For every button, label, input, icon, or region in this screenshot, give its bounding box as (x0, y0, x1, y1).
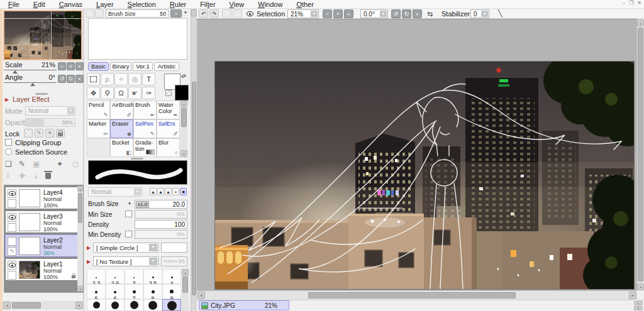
color-redo-button[interactable] (95, 9, 104, 18)
scroll-left-icon[interactable]: ◂ (197, 292, 205, 299)
menu-item-layer[interactable]: Layer (89, 1, 121, 8)
rotate-view-reset-button[interactable]: ▪ (413, 9, 422, 18)
edge-shape-button-3[interactable]: ▲ (165, 188, 172, 195)
layer-effect-expander-icon[interactable]: ▶ (5, 97, 9, 102)
brush-selers[interactable]: SelErs✐ (157, 119, 180, 138)
mode-dropdown[interactable]: Normal ▼ (25, 106, 75, 116)
merge-down-icon[interactable]: ✚ (19, 172, 25, 180)
zoom-combo[interactable]: 21% ▼ (287, 9, 319, 18)
new-layer-set-icon[interactable]: ▣ (33, 160, 40, 168)
rotate-view-ccw-button[interactable]: ↺ (391, 9, 401, 18)
texture-intensity-field[interactable]: Intens. 95 (161, 256, 187, 266)
scrollbar-thumb[interactable] (308, 292, 516, 298)
layer-list-scrollbar[interactable]: ▴ ▾ (77, 186, 83, 292)
dropdown-arrow-icon[interactable]: ▼ (149, 258, 157, 265)
panel-scrollbar-strip[interactable] (191, 9, 197, 311)
lock-move-button[interactable]: ✛ (45, 129, 54, 138)
scroll-up-icon[interactable]: ▴ (182, 269, 189, 276)
rect-select-tool[interactable] (87, 73, 100, 85)
size-preset-large-2[interactable] (106, 299, 125, 311)
size-preset-6[interactable]: 6 (106, 284, 125, 299)
angle-combo[interactable]: 0.0° ▼ (360, 9, 388, 18)
min-density-slider[interactable]: 0% (135, 230, 187, 239)
density-slider[interactable]: 100 (135, 220, 187, 229)
brush-size-popup-button[interactable]: ▪ (170, 9, 182, 18)
size-preset-4[interactable]: 4 (162, 269, 181, 284)
menu-item-edit[interactable]: Edit (26, 1, 52, 8)
edge-shape-button-1[interactable]: ▲ (150, 188, 157, 195)
transfer-down-icon[interactable]: ⇩ (5, 172, 11, 180)
size-preset-3[interactable]: 3 (125, 269, 143, 284)
size-grid-scrollbar[interactable]: ▴ (182, 269, 189, 311)
brush-size-unit-dropdown-icon[interactable]: ▼ (128, 202, 131, 205)
stabilizer-combo[interactable]: 0 ▼ (470, 9, 489, 18)
scroll-left-icon[interactable]: ◂ (3, 302, 11, 309)
brush-eraser-selected[interactable]: Eraser◆ (110, 119, 133, 138)
scroll-down-icon[interactable]: ▾ (77, 286, 83, 292)
scale-minus-button[interactable]: − (58, 62, 66, 70)
menu-item-ruler[interactable]: Ruler (163, 1, 193, 8)
scale-slider-track[interactable] (4, 70, 57, 70)
brush-selpen[interactable]: SelPen✎ (133, 119, 157, 138)
size-preset-large-3[interactable] (125, 299, 143, 311)
zoom-out-button[interactable]: − (323, 9, 332, 18)
selection-source-radio[interactable] (5, 148, 12, 155)
canvas-hscrollbar[interactable]: ◂ ▸ (197, 291, 637, 300)
layer-paint-indicator[interactable] (8, 271, 16, 280)
dropdown-arrow-icon[interactable]: ▼ (311, 11, 318, 17)
brush-empty-slot[interactable] (87, 138, 110, 157)
menu-item-canvas[interactable]: Canvas (52, 1, 89, 8)
maximize-icon[interactable]: ❐ (629, 0, 633, 6)
min-size-slider[interactable]: 0% (135, 210, 187, 219)
lock-all-button[interactable] (56, 129, 65, 138)
deselect-button[interactable] (222, 9, 231, 18)
clear-layer-icon[interactable]: ⇣ (33, 172, 39, 180)
flip-canvas-icon[interactable]: ⇆ (427, 10, 433, 18)
size-preset-3-5[interactable]: 3.5 (143, 269, 162, 284)
panel-divider-handle[interactable] (131, 158, 143, 160)
new-layer-icon[interactable]: ❏ (5, 160, 12, 168)
layer-visibility-toggle[interactable] (8, 213, 16, 222)
scrollbar-thumb[interactable] (12, 302, 41, 308)
lock-paint-button[interactable]: ✎ (35, 129, 43, 138)
size-preset-large-4[interactable] (143, 299, 162, 311)
menu-item-other[interactable]: Other (289, 1, 321, 8)
layer-paint-indicator[interactable] (8, 223, 16, 232)
size-preset-large-5-selected[interactable] (162, 299, 181, 311)
rotate-cw-button[interactable]: ↻ (67, 75, 75, 83)
layer-paint-indicator[interactable]: ✎ (8, 247, 16, 256)
clipping-group-checkbox[interactable] (5, 139, 12, 146)
brush-bucket[interactable]: Bucket◧ (110, 138, 133, 157)
invert-selection-button[interactable] (233, 9, 242, 18)
scale-reset-button[interactable]: ▪ (75, 62, 84, 70)
menu-item-view[interactable]: View (223, 1, 252, 8)
layer-row-layer2-selected[interactable]: ✎ Layer2 Normal 36% (5, 234, 79, 257)
document-tab-cityjpg[interactable]: City.JPG 21% (199, 300, 289, 310)
brush-blur[interactable]: Blur○ (157, 138, 180, 157)
tab-scroll-down-icon[interactable]: ▾ (634, 306, 643, 310)
layer-visibility-toggle[interactable] (8, 261, 16, 270)
layer-row-layer1[interactable]: Layer1 Normal 100% (5, 258, 79, 281)
size-preset-2-3[interactable]: 2.3 (87, 269, 106, 284)
text-tool[interactable]: T (142, 73, 155, 85)
size-preset-9[interactable]: 9 (162, 284, 181, 299)
scroll-up-icon[interactable]: ▴ (637, 19, 644, 26)
shape-preset-expander-icon[interactable]: ▶ (87, 245, 91, 251)
tab-artistic[interactable]: Artistic (154, 62, 179, 71)
new-linework-layer-icon[interactable]: ✎ (19, 160, 25, 168)
edge-shape-button-5-selected[interactable]: ■ (180, 188, 187, 195)
menu-item-selection[interactable]: Selection (121, 1, 163, 8)
brush-brush[interactable]: Brush✒ (133, 101, 157, 119)
lasso-tool[interactable]: ρ (101, 73, 114, 85)
layer-row-layer3[interactable]: Layer3 Normal 100% (5, 210, 79, 233)
minimize-icon[interactable]: – (623, 0, 625, 6)
mask-icon[interactable]: ◻ (72, 160, 79, 168)
opacity-slider[interactable]: 36% (25, 118, 75, 127)
tab-binary[interactable]: Binary (110, 62, 131, 71)
lock-transparency-button[interactable] (24, 129, 33, 138)
scrollbar-thumb[interactable] (78, 193, 82, 223)
zoom-in-button[interactable]: + (333, 9, 343, 18)
layer-visibility-toggle[interactable] (8, 189, 16, 198)
brush-marker[interactable]: Marker✏ (87, 119, 110, 138)
color-undo-button[interactable] (86, 9, 94, 18)
